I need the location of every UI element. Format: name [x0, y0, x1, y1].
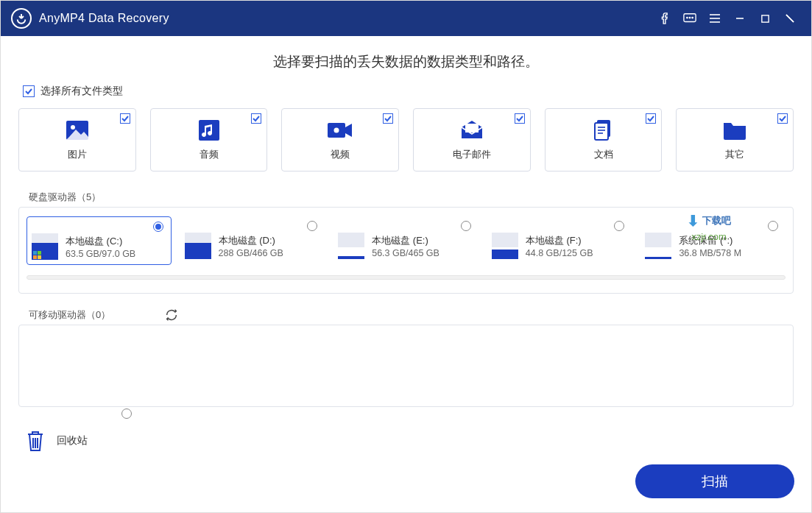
- file-type-label: 音频: [200, 148, 219, 161]
- drive-name: 本地磁盘 (C:): [66, 234, 135, 249]
- file-type-label: 视频: [331, 148, 350, 161]
- document-icon: [591, 119, 616, 141]
- drive-name: 系统保留 (*:): [679, 233, 741, 248]
- page-heading: 选择要扫描的丢失数据的数据类型和路径。: [18, 52, 794, 71]
- select-all-label: 选择所有文件类型: [40, 85, 123, 98]
- file-type-audio[interactable]: 音频: [150, 108, 268, 171]
- drive-c-radio[interactable]: [153, 222, 163, 232]
- app-logo-icon: [11, 8, 32, 29]
- hdd-section-label: 硬盘驱动器（5）: [29, 191, 794, 204]
- recycle-bin-icon: [26, 429, 46, 453]
- drive-f[interactable]: 本地磁盘 (F:) 44.8 GB/125 GB: [487, 216, 632, 265]
- drive-f-radio[interactable]: [614, 221, 624, 231]
- drive-icon: [185, 233, 211, 259]
- hdd-scrollbar[interactable]: [27, 275, 785, 280]
- hdd-panel: 本地磁盘 (C:) 63.5 GB/97.0 GB 本地磁盘 (D:) 288 …: [18, 207, 794, 294]
- svg-rect-23: [38, 251, 41, 255]
- svg-rect-25: [38, 255, 41, 259]
- svg-point-12: [71, 125, 75, 130]
- scan-button[interactable]: 扫描: [635, 464, 794, 498]
- file-type-label: 其它: [725, 148, 744, 161]
- drive-size: 63.5 GB/97.0 GB: [66, 249, 135, 259]
- file-type-video-checkbox[interactable]: [383, 113, 393, 124]
- drive-name: 本地磁盘 (F:): [526, 233, 593, 248]
- drive-e[interactable]: 本地磁盘 (E:) 56.3 GB/465 GB: [333, 216, 479, 265]
- facebook-icon[interactable]: [652, 7, 677, 29]
- file-type-other[interactable]: 其它: [676, 108, 794, 171]
- file-type-video[interactable]: 视频: [281, 108, 399, 171]
- removable-section-label: 可移动驱动器（0）: [29, 308, 110, 322]
- svg-point-2: [689, 17, 690, 18]
- menu-icon[interactable]: [702, 7, 727, 29]
- svg-rect-16: [465, 124, 479, 132]
- svg-point-15: [334, 127, 339, 132]
- file-type-document[interactable]: 文档: [545, 108, 663, 171]
- drive-c[interactable]: 本地磁盘 (C:) 63.5 GB/97.0 GB: [27, 216, 172, 265]
- svg-rect-22: [33, 251, 37, 255]
- titlebar: AnyMP4 Data Recovery: [1, 1, 811, 36]
- audio-icon: [197, 119, 222, 141]
- svg-rect-18: [595, 123, 608, 140]
- svg-rect-24: [33, 255, 37, 259]
- file-type-label: 电子邮件: [453, 148, 491, 161]
- file-type-image[interactable]: 图片: [18, 108, 136, 171]
- drive-size: 44.8 GB/125 GB: [526, 248, 593, 258]
- file-type-grid: 图片 音频 视频 电子邮件 文档: [18, 108, 794, 171]
- drive-icon: [338, 233, 364, 259]
- recycle-bin-label: 回收站: [57, 434, 88, 447]
- file-type-audio-checkbox[interactable]: [251, 113, 261, 124]
- file-type-label: 图片: [68, 148, 87, 161]
- file-type-email-checkbox[interactable]: [515, 113, 525, 124]
- svg-rect-8: [761, 15, 768, 21]
- drive-e-radio[interactable]: [461, 221, 471, 231]
- minimize-button[interactable]: [727, 7, 752, 29]
- app-title: AnyMP4 Data Recovery: [39, 12, 169, 25]
- video-icon: [328, 119, 353, 141]
- close-button[interactable]: [777, 7, 802, 29]
- svg-point-3: [692, 17, 693, 18]
- drive-name: 本地磁盘 (D:): [219, 233, 283, 248]
- drive-d[interactable]: 本地磁盘 (D:) 288 GB/466 GB: [180, 216, 325, 265]
- drive-name: 本地磁盘 (E:): [372, 233, 439, 248]
- drive-size: 288 GB/466 GB: [219, 248, 283, 258]
- drive-d-radio[interactable]: [307, 221, 317, 231]
- refresh-icon[interactable]: [165, 308, 178, 322]
- drive-system-radio[interactable]: [768, 221, 778, 231]
- image-icon: [65, 119, 90, 141]
- file-type-other-checkbox[interactable]: [777, 113, 788, 124]
- select-all-checkbox[interactable]: [23, 85, 35, 97]
- recycle-bin-radio[interactable]: [121, 408, 132, 419]
- svg-rect-13: [199, 120, 219, 141]
- file-type-document-checkbox[interactable]: [646, 113, 656, 124]
- drive-size: 56.3 GB/465 GB: [372, 248, 439, 258]
- svg-line-10: [786, 15, 794, 22]
- drive-system-reserved[interactable]: 系统保留 (*:) 36.8 MB/578 M: [640, 216, 785, 265]
- email-icon: [459, 119, 484, 141]
- maximize-button[interactable]: [752, 7, 777, 29]
- drive-icon: [32, 233, 58, 260]
- feedback-icon[interactable]: [677, 7, 702, 29]
- drive-icon: [645, 233, 671, 259]
- svg-point-1: [687, 17, 688, 18]
- drive-icon: [492, 233, 518, 259]
- file-type-email[interactable]: 电子邮件: [413, 108, 531, 171]
- drive-size: 36.8 MB/578 M: [679, 248, 741, 258]
- removable-panel: [18, 325, 794, 407]
- file-type-image-checkbox[interactable]: [120, 113, 130, 124]
- file-type-label: 文档: [594, 148, 613, 161]
- folder-icon: [722, 119, 747, 141]
